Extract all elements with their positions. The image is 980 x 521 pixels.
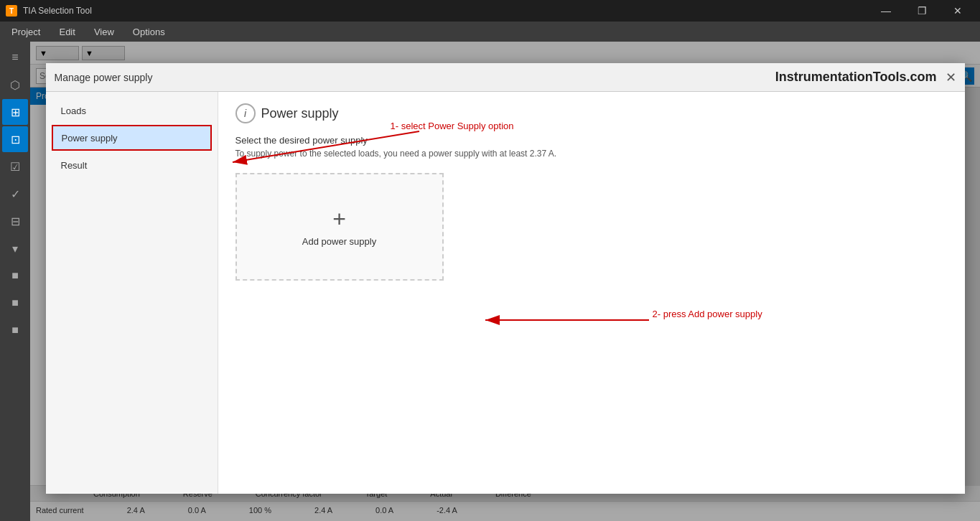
sidebar-icon-1[interactable]: ≡ [2,44,28,70]
nav-result[interactable]: Result [52,152,212,178]
modal-title: Manage power supply [55,72,153,83]
content-area: ▼ ▼ 🔍 Pro... Consumption [30,42,980,521]
modal-header: Manage power supply InstrumentationTools… [46,63,965,92]
app-title: TIA Selection Tool [23,6,92,16]
sidebar-icon-4[interactable]: ⊡ [2,126,28,152]
close-button[interactable]: ✕ [941,0,974,22]
modal-nav: Loads Power supply Result [46,92,218,494]
sidebar-icon-9[interactable]: ■ [2,263,28,288]
modal-close-button[interactable]: ✕ [946,71,956,84]
branding-text: InstrumentationTools.com [775,70,937,85]
sidebar-icon-7[interactable]: ⊟ [2,208,28,234]
menu-options[interactable]: Options [124,24,174,40]
modal-body: Loads Power supply Result i Power supply [46,92,965,494]
menu-view[interactable]: View [85,24,123,40]
modal-header-right: InstrumentationTools.com ✕ [775,70,956,85]
sidebar-icon-8[interactable]: ▾ [2,235,28,261]
sidebar-icon-6[interactable]: ✓ [2,181,28,207]
info-icon: i [235,103,256,123]
modal-main-content: i Power supply Select the desired power … [218,92,965,494]
app-area: ≡ ⬡ ⊞ ⊡ ☑ ✓ ⊟ ▾ ■ ■ ■ ▼ ▼ 🔍 Pro... [0,42,980,521]
titlebar: T TIA Selection Tool — ❐ ✕ [0,0,980,22]
sidebar-icon-5[interactable]: ☑ [2,154,28,179]
section-header: i Power supply [235,103,948,123]
modal-overlay: Manage power supply InstrumentationTools… [30,42,980,521]
sidebar-icon-2[interactable]: ⬡ [2,72,28,98]
sidebar-icon-3[interactable]: ⊞ [2,99,28,125]
menubar: Project Edit View Options [0,22,980,42]
add-power-supply-button[interactable]: + Add power supply [235,173,444,281]
plus-icon: + [332,207,346,230]
maximize-button[interactable]: ❐ [905,0,938,22]
window-controls: — ❐ ✕ [869,0,974,22]
sub-description: To supply power to the selected loads, y… [235,149,948,159]
modal-dialog: Manage power supply InstrumentationTools… [46,63,965,494]
nav-loads[interactable]: Loads [52,98,212,123]
menu-project[interactable]: Project [3,24,49,40]
left-sidebar: ≡ ⬡ ⊞ ⊡ ☑ ✓ ⊟ ▾ ■ ■ ■ [0,42,30,521]
menu-edit[interactable]: Edit [50,24,83,40]
nav-power-supply[interactable]: Power supply [52,125,212,151]
sidebar-icon-10[interactable]: ■ [2,290,28,316]
add-supply-label: Add power supply [302,236,376,247]
description-text: Select the desired power supply [235,135,948,146]
app-icon: T [6,5,17,17]
sidebar-icon-11[interactable]: ■ [2,317,28,343]
section-title: Power supply [261,106,339,121]
minimize-button[interactable]: — [869,0,902,22]
